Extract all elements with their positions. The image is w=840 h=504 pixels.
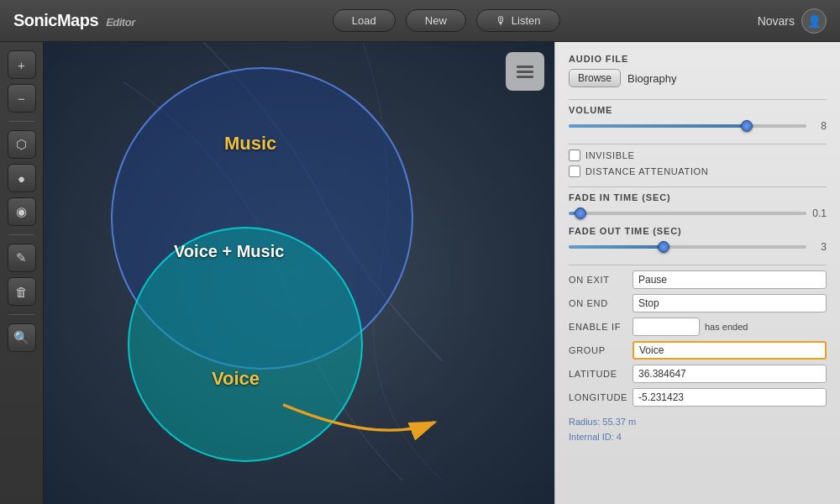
- listen-label: Listen: [512, 14, 541, 27]
- fade-out-value: 3: [811, 241, 827, 253]
- audio-file-section-label: Audio File: [569, 54, 827, 64]
- enable-if-suffix: has ended: [705, 322, 748, 332]
- divider-1: [569, 99, 827, 100]
- fade-out-slider-row: 3: [569, 241, 827, 253]
- volume-value: 8: [811, 120, 827, 132]
- radius-text: Radius: 55.37 m: [569, 417, 827, 427]
- volume-fill: [569, 124, 747, 128]
- volume-track[interactable]: [569, 124, 806, 128]
- toolbar-divider-1: [9, 121, 34, 122]
- distance-row: Distance Attenuation: [569, 165, 827, 177]
- longitude-row: Longitude: [569, 388, 827, 407]
- logo-sonic: Sonic: [13, 11, 57, 29]
- load-button[interactable]: Load: [333, 9, 396, 32]
- user-area: Novars 👤: [758, 8, 827, 34]
- distance-label: Distance Attenuation: [585, 166, 708, 176]
- longitude-input[interactable]: [633, 388, 827, 407]
- fade-out-label: Fade Out Time (sec): [569, 226, 827, 236]
- zoom-in-button[interactable]: +: [8, 50, 36, 79]
- app-header: SonicMaps Editor Load New 🎙 Listen Novar…: [0, 0, 840, 42]
- group-row: Group: [569, 341, 827, 360]
- fade-in-track[interactable]: [569, 212, 806, 215]
- app-logo: SonicMaps Editor: [13, 11, 135, 30]
- divider-2: [569, 144, 827, 144]
- fade-in-slider-row: 0.1: [569, 207, 827, 219]
- user-name: Novars: [758, 14, 795, 28]
- file-name: Biography: [627, 72, 677, 85]
- internal-id-text: Internal ID: 4: [569, 432, 827, 442]
- longitude-label: Longitude: [569, 392, 627, 402]
- latitude-input[interactable]: [633, 365, 827, 383]
- latitude-row: Latitude: [569, 365, 827, 383]
- left-toolbar: + − ⬡ ● ◉ ✎ 🗑 🔍: [0, 42, 44, 504]
- group-input[interactable]: [633, 341, 827, 360]
- main-content: + − ⬡ ● ◉ ✎ 🗑 🔍 Music Voice + Music Voic…: [0, 42, 840, 504]
- fade-in-label: Fade In Time (sec): [569, 192, 827, 202]
- svg-rect-2: [517, 71, 533, 73]
- right-panel: Audio File Browse Biography Volume 8 Inv…: [554, 42, 840, 504]
- group-label: Group: [569, 345, 627, 355]
- browse-button[interactable]: Browse: [569, 69, 621, 87]
- logo-maps: Maps: [57, 11, 98, 29]
- logo-editor: Editor: [106, 16, 135, 29]
- invisible-row: Invisible: [569, 150, 827, 161]
- search-tool-button[interactable]: 🔍: [8, 323, 36, 352]
- fade-out-fill: [569, 245, 664, 249]
- svg-rect-3: [517, 76, 533, 78]
- toolbar-divider-3: [9, 314, 34, 315]
- latitude-label: Latitude: [569, 369, 627, 379]
- listen-icon: 🎙: [496, 14, 507, 27]
- fade-in-thumb[interactable]: [575, 207, 586, 219]
- divider-4: [569, 265, 827, 265]
- audio-file-row: Browse Biography: [569, 69, 827, 87]
- volume-label: Volume: [569, 105, 827, 115]
- delete-tool-button[interactable]: 🗑: [8, 277, 36, 306]
- enable-if-label: Enable if: [569, 322, 627, 332]
- edit-tool-button[interactable]: ✎: [8, 244, 36, 272]
- on-end-row: On End: [569, 294, 827, 312]
- map-area[interactable]: Music Voice + Music Voice: [44, 42, 554, 504]
- enable-if-row: Enable if has ended: [569, 318, 827, 336]
- fade-out-track[interactable]: [569, 245, 806, 249]
- layers-button[interactable]: [506, 52, 544, 91]
- toolbar-divider-2: [9, 234, 34, 235]
- enable-if-input[interactable]: [633, 318, 700, 336]
- new-button[interactable]: New: [406, 9, 466, 32]
- fade-out-thumb[interactable]: [658, 241, 669, 253]
- zoom-out-button[interactable]: −: [8, 84, 36, 113]
- user-avatar[interactable]: 👤: [801, 8, 827, 34]
- pin-tool-button[interactable]: ◉: [8, 197, 36, 226]
- listen-button[interactable]: 🎙 Listen: [476, 9, 560, 32]
- voice-circle: [128, 227, 363, 462]
- shape-tool-button[interactable]: ⬡: [8, 130, 36, 159]
- fade-in-value: 0.1: [811, 207, 827, 219]
- on-end-input[interactable]: [633, 294, 827, 312]
- point-tool-button[interactable]: ●: [8, 164, 36, 192]
- on-exit-label: On Exit: [569, 275, 627, 285]
- svg-rect-1: [517, 66, 533, 68]
- on-exit-row: On Exit: [569, 270, 827, 289]
- invisible-checkbox[interactable]: [569, 150, 580, 161]
- on-end-label: On End: [569, 298, 627, 308]
- volume-slider-row: 8: [569, 120, 827, 132]
- layers-icon: [513, 60, 537, 83]
- on-exit-input[interactable]: [633, 270, 827, 289]
- distance-checkbox[interactable]: [569, 165, 580, 177]
- divider-3: [569, 186, 827, 187]
- volume-thumb[interactable]: [741, 120, 753, 132]
- invisible-label: Invisible: [585, 150, 635, 160]
